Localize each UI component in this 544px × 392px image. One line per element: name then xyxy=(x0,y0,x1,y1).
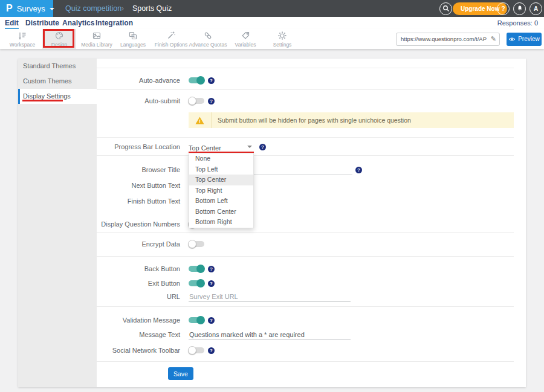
dropdown-option-top-right[interactable]: Top Right xyxy=(189,185,253,196)
auto-advance-toggle[interactable] xyxy=(189,77,204,83)
auto-advance-help-icon[interactable]: ? xyxy=(208,77,215,84)
product-menu-label: Surveys xyxy=(17,4,45,13)
breadcrumb-current: Sports Quiz xyxy=(132,4,172,13)
svg-text:A: A xyxy=(133,35,135,39)
dropdown-option-bottom-left[interactable]: Bottom Left xyxy=(189,196,253,207)
back-button-help-icon[interactable]: ? xyxy=(208,266,215,272)
sidebar-item-standard-themes[interactable]: Standard Themes xyxy=(18,59,97,74)
chevron-down-icon xyxy=(247,146,252,148)
validation-message-toggle[interactable] xyxy=(189,317,204,323)
encrypt-data-label: Encrypt Data xyxy=(97,239,180,249)
sidebar-item-custom-themes[interactable]: Custom Themes xyxy=(18,74,97,89)
toolbar-finish-options-button[interactable]: Finish Options xyxy=(152,29,190,49)
display-question-numbers-row: Display Question Numbers xyxy=(97,219,514,229)
advance-quotas-icon xyxy=(203,31,213,40)
save-button[interactable]: Save xyxy=(168,367,193,380)
progress-bar-location-label: Progress Bar Location xyxy=(97,142,180,152)
exit-url-label: URL xyxy=(97,292,180,301)
nav-tab-edit[interactable]: Edit xyxy=(5,19,19,29)
help-button[interactable]: ? xyxy=(497,2,510,15)
toolbar-button-label: Finish Options xyxy=(155,42,187,48)
encrypt-data-row: Encrypt Data xyxy=(97,239,514,249)
themes-sidebar: Standard Themes Custom Themes Display Se… xyxy=(18,59,97,387)
finish-options-icon xyxy=(166,31,176,40)
toolbar-advance-quotas-button[interactable]: Advance Quotas xyxy=(189,29,227,49)
bell-icon xyxy=(516,5,523,12)
nav-tab-integration[interactable]: Integration xyxy=(96,19,133,27)
dropdown-option-bottom-center[interactable]: Bottom Center xyxy=(189,207,253,217)
auto-advance-label: Auto-advance xyxy=(97,76,180,85)
survey-url-input[interactable] xyxy=(397,36,488,42)
progress-bar-help-icon[interactable]: ? xyxy=(259,144,266,150)
toolbar-button-label: Settings xyxy=(273,42,292,48)
account-avatar[interactable]: A xyxy=(529,2,542,15)
responses-counter[interactable]: Responses: 0 xyxy=(497,19,538,27)
validation-message-help-icon[interactable]: ? xyxy=(208,317,215,324)
toolbar-media-library-button[interactable]: Media Library xyxy=(80,29,114,49)
exit-button-toggle[interactable] xyxy=(189,280,204,286)
svg-text:!: ! xyxy=(199,118,201,124)
questionpro-app: P Surveys Quiz competition › Sports Quiz… xyxy=(0,0,544,392)
social-network-toolbar-toggle[interactable] xyxy=(189,347,204,353)
surveys-menu[interactable]: P Surveys xyxy=(0,0,53,17)
nav-tab-analytics[interactable]: Analytics xyxy=(62,19,94,27)
toolbar-workspace-button[interactable]: Workspace xyxy=(5,29,39,49)
section-divider xyxy=(97,306,514,307)
auto-advance-row: Auto-advance ? xyxy=(97,76,514,85)
section-divider xyxy=(97,155,514,156)
social-network-toolbar-label: Social Network Toolbar xyxy=(97,345,180,355)
toolbar-settings-button[interactable]: Settings xyxy=(265,29,299,49)
auto-submit-help-icon[interactable]: ? xyxy=(208,98,215,104)
finish-button-text-label: Finish Button Text xyxy=(97,196,180,206)
exit-button-help-icon[interactable]: ? xyxy=(208,280,215,287)
toggle-knob xyxy=(196,76,205,85)
search-button[interactable] xyxy=(439,2,452,15)
toggle-knob xyxy=(188,346,196,355)
toolbar-design-button[interactable]: Design xyxy=(42,29,76,49)
dropdown-option-bottom-right[interactable]: Bottom Right xyxy=(189,217,253,228)
toolbar-languages-button[interactable]: x A Languages xyxy=(116,29,150,49)
warning-text: Submit button will be hidden for pages w… xyxy=(212,117,411,124)
dropdown-option-top-left[interactable]: Top Left xyxy=(189,164,253,175)
back-button-toggle[interactable] xyxy=(189,266,204,272)
section-divider xyxy=(97,232,514,233)
exit-url-row: URL xyxy=(97,292,514,303)
encrypt-data-toggle[interactable] xyxy=(189,241,204,247)
design-toolbar: Workspace Design Media Library xyxy=(0,29,544,49)
toolbar-button-label: Workspace xyxy=(10,42,35,48)
top-bar: P Surveys Quiz competition › Sports Quiz… xyxy=(0,0,544,17)
display-question-numbers-label: Display Question Numbers xyxy=(97,219,180,229)
next-button-text-row: Next Button Text xyxy=(97,181,514,191)
breadcrumb-parent[interactable]: Quiz competition xyxy=(65,4,121,13)
preview-button[interactable]: Preview xyxy=(507,33,542,46)
edit-url-pencil-icon[interactable]: ✎ xyxy=(488,35,499,43)
variables-icon xyxy=(241,31,250,40)
toolbar-variables-button[interactable]: Variables xyxy=(228,29,262,49)
social-network-toolbar-help-icon[interactable]: ? xyxy=(208,347,215,354)
submit-hidden-warning: ! Submit button will be hidden for pages… xyxy=(189,112,514,128)
back-button-label: Back Button xyxy=(97,264,180,274)
toggle-knob xyxy=(196,265,205,273)
message-text-input[interactable] xyxy=(189,330,351,340)
progress-bar-location-select[interactable]: Top Center xyxy=(189,142,254,152)
auto-submit-row: Auto-submit ? xyxy=(97,96,514,106)
browser-title-row: Browser Title ? xyxy=(97,165,514,176)
dropdown-option-none[interactable]: None xyxy=(189,153,253,164)
notifications-button[interactable] xyxy=(513,2,526,15)
sidebar-item-display-settings[interactable]: Display Settings xyxy=(18,89,97,104)
avatar-initial: A xyxy=(534,5,538,12)
validation-message-row: Validation Message ? xyxy=(97,315,514,325)
nav-tab-distribute[interactable]: Distribute xyxy=(25,19,59,27)
survey-url-box: ✎ xyxy=(396,33,500,46)
auto-submit-toggle[interactable] xyxy=(189,98,204,104)
dropdown-option-top-center[interactable]: Top Center xyxy=(189,175,253,185)
exit-url-input[interactable] xyxy=(189,292,351,302)
browser-title-help-icon[interactable]: ? xyxy=(355,167,362,173)
survey-nav: Edit Distribute Analytics Integration Re… xyxy=(0,17,544,29)
section-divider xyxy=(97,361,514,362)
auto-submit-label: Auto-submit xyxy=(97,96,180,106)
toolbar-button-label: Design xyxy=(51,42,67,48)
search-icon xyxy=(442,5,450,12)
message-text-label: Message Text xyxy=(97,330,180,339)
media-library-icon xyxy=(92,31,102,40)
